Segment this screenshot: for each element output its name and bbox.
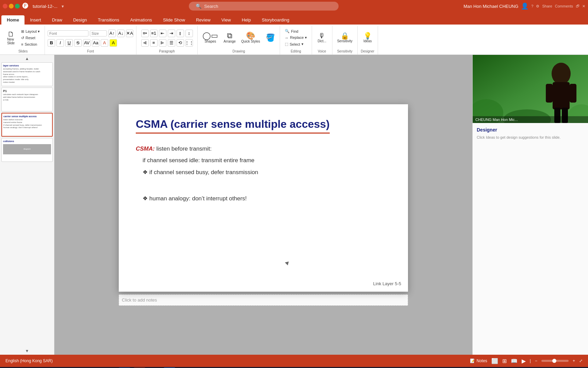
slide-thumb-3[interactable]: carrier sense multiple access listen bef… (1, 113, 53, 137)
settings-icon[interactable]: ⚙ (536, 4, 539, 9)
slide-canvas[interactable]: CSMA (carrier sense multiple access) CSM… (119, 104, 408, 292)
slide-thumb-4[interactable]: collisions diagram (1, 138, 53, 162)
highlight-button[interactable]: A (110, 39, 117, 47)
view-sorter-icon[interactable]: ⊞ (502, 358, 507, 364)
char-spacing-button[interactable]: AV (83, 39, 91, 47)
new-slide-button[interactable]: 🗋 NewSlide (4, 29, 18, 46)
help-icon[interactable]: ? (531, 4, 533, 8)
search-title-label[interactable]: Search (204, 4, 218, 9)
section-button[interactable]: ≡ Section (19, 42, 39, 47)
ribbon-group-paragraph: ≡• ≡1 ⇤ ⇥ ⫿ ↕ ⫷ ≡ ⫸ ☰ ⟲ ⋮⋮ Paragraph (136, 26, 198, 55)
tab-animations[interactable]: Animations (125, 15, 158, 25)
reset-icon: ↺ (21, 36, 24, 40)
tab-draw[interactable]: Draw (47, 15, 68, 25)
font-size-input[interactable] (90, 30, 107, 36)
shapes-button[interactable]: ◯▭ Shapes (200, 31, 220, 45)
replace-button[interactable]: ↔ Replace ▾ (283, 35, 309, 41)
zoom-slider-thumb[interactable] (552, 359, 556, 363)
slide-thumb-1[interactable]: layer services accepting frames, adding … (1, 62, 53, 86)
replace-label: Replace ▾ (290, 35, 307, 40)
notes-area[interactable]: Click to add notes (119, 294, 408, 306)
line-spacing-button[interactable]: ↕ (185, 30, 193, 37)
select-chevron-icon: ▾ (301, 42, 304, 46)
quick-styles-button[interactable]: 🎨 Quick Styles (239, 31, 262, 45)
align-left-button[interactable]: ⫷ (141, 39, 149, 47)
tab-view[interactable]: View (216, 15, 236, 25)
tab-home[interactable]: Home (1, 15, 24, 25)
view-normal-icon[interactable]: ⬜ (491, 358, 498, 364)
bullet-list-button[interactable]: ≡• (141, 30, 149, 37)
share-button[interactable]: Share (542, 4, 552, 8)
slide-title[interactable]: CSMA (carrier sense multiple access) (136, 118, 330, 134)
user-name: Man Hon Michael CHEUNG (463, 4, 518, 9)
shape-fill-button[interactable]: 🪣 (263, 33, 277, 43)
tab-insert[interactable]: Insert (24, 15, 47, 25)
columns-button[interactable]: ⫿ (177, 30, 184, 37)
csma-label: CSMA: (136, 145, 155, 152)
scroll-up-button[interactable]: ▲ (1, 56, 53, 61)
sensitivity-group-content: 🔒 Sensitivity (335, 26, 355, 49)
tab-transitions[interactable]: Transitions (92, 15, 125, 25)
change-case-button[interactable]: Aa (92, 39, 99, 47)
quick-styles-label: Quick Styles (241, 40, 260, 43)
clear-format-icon[interactable]: ✕A (126, 30, 133, 37)
minimize-button[interactable] (9, 4, 14, 9)
tab-design[interactable]: Design (68, 15, 92, 25)
italic-button[interactable]: I (56, 39, 64, 47)
select-button[interactable]: ⬚ Select ▾ (283, 41, 306, 47)
scroll-down-button[interactable]: ▼ (1, 349, 53, 353)
tab-slideshow[interactable]: Slide Show (158, 15, 191, 25)
restore-button[interactable]: 🗗 (576, 4, 579, 8)
ideas-button[interactable]: 💡 Ideas (361, 31, 374, 44)
zoom-out-button[interactable]: − (535, 358, 537, 363)
ideas-icon: 💡 (363, 32, 372, 39)
zoom-slider[interactable] (541, 360, 569, 362)
zoom-in-button[interactable]: + (573, 358, 575, 363)
comments-button[interactable]: Comments (555, 4, 573, 8)
tab-storyboarding[interactable]: Storyboarding (256, 15, 295, 25)
bold-button[interactable]: B (48, 39, 55, 47)
close-icon[interactable]: ✕ (582, 4, 585, 9)
ribbon-group-designer: 💡 Ideas Designer (358, 26, 378, 55)
decrease-indent-button[interactable]: ⇤ (159, 30, 166, 37)
app-icon: 🅟 (22, 3, 29, 10)
smart-art-button[interactable]: ⋮⋮ (185, 39, 193, 47)
find-button[interactable]: 🔍 Find (283, 28, 300, 34)
dictate-button[interactable]: 🎙 Dict... (315, 31, 329, 44)
slide-footer: Link Layer 5-5 (373, 281, 401, 286)
ribbon-group-voice: 🎙 Dict... Voice (312, 26, 332, 55)
notes-button[interactable]: 📝 Notes (470, 358, 487, 363)
tab-help[interactable]: Help (236, 15, 257, 25)
svg-rect-3 (546, 84, 553, 103)
sensitivity-button[interactable]: 🔒 Sensitivity (335, 31, 355, 44)
font-shrink-icon[interactable]: A↓ (117, 30, 125, 37)
justify-button[interactable]: ☰ (168, 39, 175, 47)
window-controls (3, 4, 20, 9)
arrange-button[interactable]: ⧉ Arrange (222, 31, 238, 45)
layout-button[interactable]: ⊞ Layout ▾ (19, 29, 42, 34)
status-bar: English (Hong Kong SAR) 📝 Notes ⬜ ⊞ 📖 ▶ … (0, 355, 588, 367)
strikethrough-button[interactable]: S (74, 39, 82, 47)
numbered-list-button[interactable]: ≡1 (150, 30, 158, 37)
increase-indent-button[interactable]: ⇥ (168, 30, 175, 37)
sensitivity-label: Sensitivity (337, 39, 353, 43)
underline-button[interactable]: U (65, 39, 73, 47)
align-right-button[interactable]: ⫸ (159, 39, 166, 47)
tab-review[interactable]: Review (191, 15, 216, 25)
font-grow-icon[interactable]: A↑ (108, 30, 116, 37)
close-button[interactable] (3, 4, 7, 9)
text-direction-button[interactable]: ⟲ (177, 39, 184, 47)
maximize-button[interactable] (15, 4, 20, 9)
reset-button[interactable]: ↺ Reset (19, 35, 37, 41)
slide-thumb-4-content: collisions diagram (3, 140, 51, 154)
slide-thumb-2[interactable]: P1 calculate each network layer datagram… (1, 88, 53, 111)
font-color-button[interactable]: A (101, 39, 108, 47)
align-center-button[interactable]: ≡ (150, 39, 158, 47)
view-slideshow-icon[interactable]: ▶ (522, 358, 526, 364)
cursor-pointer (285, 260, 290, 265)
fit-slide-button[interactable]: ⤢ (579, 358, 583, 363)
ribbon-group-editing: 🔍 Find ↔ Replace ▾ ⬚ Select ▾ Editing (280, 26, 312, 55)
view-reading-icon[interactable]: 📖 (511, 358, 518, 364)
font-name-input[interactable] (48, 30, 88, 36)
zoom-separator: | (530, 358, 531, 363)
